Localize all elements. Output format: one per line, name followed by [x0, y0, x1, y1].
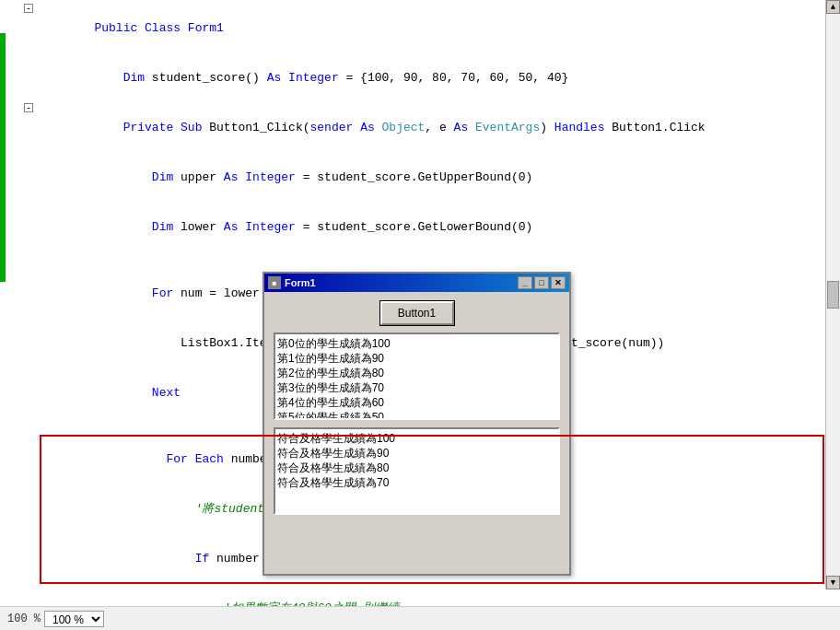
scroll-up-button[interactable]: ▲ [826, 0, 840, 14]
collapse-icon-3[interactable]: - [24, 103, 33, 112]
form1-title-icon: ■ [268, 276, 281, 289]
listbox1-item-1: 第1位的學生成績為90 [277, 351, 556, 366]
gutter-1: - [0, 4, 37, 13]
status-bar: 100 % 100 % 75 % 125 % 150 % [0, 606, 840, 630]
listbox2-item-1: 符合及格學生成績為90 [277, 446, 556, 461]
listbox2-item-3: 符合及格學生成績為70 [277, 475, 556, 490]
line-content-3: Private Sub Button1_Click(sender As Obje… [37, 103, 836, 153]
code-editor: - Public Class Form1 Dim student_score()… [0, 0, 840, 606]
form1-title-area: ■ Form1 [268, 276, 316, 289]
listbox1-item-4: 第4位的學生成績為60 [277, 395, 556, 410]
listbox1-item-0: 第0位的學生成績為100 [277, 336, 556, 351]
green-indicator-bar [0, 33, 6, 282]
form1-window: ■ Form1 _ □ ✕ Button1 第0位的學生成績為100 第1位的學… [262, 272, 571, 576]
form1-button1[interactable]: Button1 [380, 301, 454, 325]
zoom-dropdown[interactable]: 100 % 75 % 125 % 150 % [44, 611, 104, 627]
line-content-4: Dim upper As Integer = student_score.Get… [37, 153, 836, 203]
gutter-3: - [0, 103, 37, 112]
form1-title-text: Form1 [285, 277, 316, 288]
form1-listbox1[interactable]: 第0位的學生成績為100 第1位的學生成績為90 第2位的學生成績為80 第3位… [274, 332, 560, 420]
code-line-3: - Private Sub Button1_Click(sender As Ob… [0, 103, 840, 153]
listbox1-item-2: 第2位的學生成績為80 [277, 366, 556, 380]
listbox1-item-3: 第3位的學生成績為70 [277, 380, 556, 395]
code-line-4: Dim upper As Integer = student_score.Get… [0, 153, 840, 203]
form1-minimize-button[interactable]: _ [518, 276, 532, 289]
collapse-icon-1[interactable]: - [24, 4, 33, 13]
code-line-2: Dim student_score() As Integer = {100, 9… [0, 53, 840, 103]
listbox2-item-0: 符合及格學生成績為100 [277, 431, 556, 446]
vertical-scrollbar[interactable]: ▲ ▼ [825, 0, 840, 589]
code-line-5: Dim lower As Integer = student_score.Get… [0, 203, 840, 252]
line-content-6 [37, 252, 836, 269]
listbox1-item-5: 第5位的學生成績為50 [277, 410, 556, 420]
zoom-label: 100 % [7, 612, 41, 625]
zoom-control: 100 % 100 % 75 % 125 % 150 % [7, 611, 104, 627]
line-content-2: Dim student_score() As Integer = {100, 9… [37, 53, 836, 103]
form1-listbox2[interactable]: 符合及格學生成績為100 符合及格學生成績為90 符合及格學生成績為80 符合及… [274, 427, 560, 515]
code-line-6 [0, 252, 840, 269]
line-content-5: Dim lower As Integer = student_score.Get… [37, 203, 836, 252]
form1-close-button[interactable]: ✕ [551, 276, 566, 289]
form1-body: Button1 第0位的學生成績為100 第1位的學生成績為90 第2位的學生成… [264, 292, 569, 524]
scroll-down-button[interactable]: ▼ [826, 576, 840, 589]
scroll-thumb[interactable] [827, 281, 839, 309]
form1-window-controls: _ □ ✕ [518, 276, 566, 289]
code-line-14: '如果數字在40與60之間 則繼續 [0, 584, 840, 606]
form1-titlebar: ■ Form1 _ □ ✕ [264, 274, 569, 292]
listbox2-item-2: 符合及格學生成績為80 [277, 461, 556, 475]
line-content-14: '如果數字在40與60之間 則繼續 [37, 584, 836, 606]
code-line-1: - Public Class Form1 [0, 4, 840, 53]
form1-restore-button[interactable]: □ [534, 276, 549, 289]
line-content-1: Public Class Form1 [37, 4, 836, 53]
